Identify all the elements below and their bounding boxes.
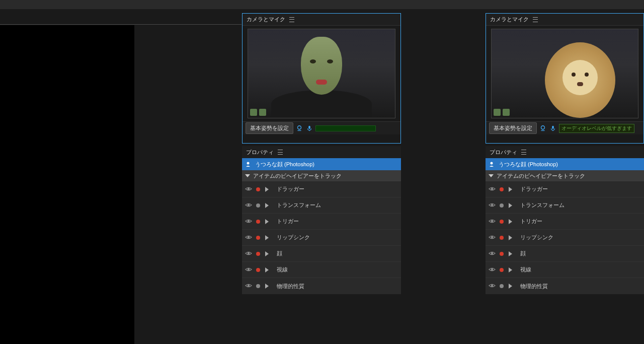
selected-puppet-row[interactable]: うつろな顔 (Photoshop)	[242, 158, 401, 170]
behavior-row[interactable]: ドラッガー	[242, 181, 401, 197]
behavior-row[interactable]: 物理的性質	[242, 278, 401, 294]
visibility-eye-icon[interactable]	[489, 185, 496, 193]
panel-menu-icon[interactable]	[533, 17, 538, 22]
expand-triangle-icon[interactable]	[265, 187, 269, 192]
expand-triangle-icon[interactable]	[265, 251, 269, 256]
visibility-eye-icon[interactable]	[489, 234, 496, 242]
microphone-icon[interactable]	[305, 124, 313, 132]
tracker-header-label: アイテムのビヘイビアーをトラック	[497, 172, 585, 180]
expand-triangle-icon[interactable]	[265, 284, 269, 289]
collapse-triangle-icon[interactable]	[245, 174, 250, 177]
panel-header[interactable]: カメラとマイク	[243, 14, 400, 26]
visibility-eye-icon[interactable]	[245, 218, 252, 226]
behavior-label: リップシンク	[277, 234, 310, 241]
visibility-eye-icon[interactable]	[245, 201, 252, 210]
expand-triangle-icon[interactable]	[509, 219, 512, 224]
record-arm-dot[interactable]	[256, 203, 260, 208]
set-pose-button[interactable]: 基本姿勢を設定	[246, 122, 293, 134]
selected-puppet-label: うつろな顔 (Photoshop)	[499, 161, 558, 168]
behavior-row[interactable]: トランスフォーム	[242, 197, 401, 214]
svg-point-14	[491, 203, 493, 205]
behaviors-tracker-header[interactable]: アイテムのビヘイビアーをトラック	[242, 170, 401, 181]
panel-title: カメラとマイク	[490, 16, 529, 23]
record-arm-dot[interactable]	[256, 220, 260, 224]
svg-point-7	[248, 220, 250, 222]
expand-triangle-icon[interactable]	[509, 203, 512, 208]
expand-triangle-icon[interactable]	[265, 219, 269, 224]
webcam-icon[interactable]	[295, 124, 303, 132]
expand-triangle-icon[interactable]	[509, 235, 512, 240]
panel-menu-icon[interactable]	[521, 150, 526, 155]
behavior-row[interactable]: トリガー	[242, 214, 401, 230]
record-arm-dot[interactable]	[500, 236, 504, 240]
panel-header[interactable]: カメラとマイク	[486, 14, 643, 26]
visibility-eye-icon[interactable]	[245, 282, 252, 290]
behavior-row[interactable]: ドラッガー	[486, 181, 644, 197]
visibility-eye-icon[interactable]	[245, 185, 252, 193]
collapse-triangle-icon[interactable]	[489, 174, 494, 177]
visibility-eye-icon[interactable]	[245, 266, 252, 274]
set-pose-button[interactable]: 基本姿勢を設定	[489, 122, 537, 134]
behavior-row[interactable]: 顔	[242, 246, 401, 262]
expand-triangle-icon[interactable]	[509, 251, 512, 256]
behavior-row[interactable]: 顔	[486, 246, 644, 262]
expand-triangle-icon[interactable]	[265, 235, 269, 240]
expand-triangle-icon[interactable]	[509, 284, 512, 289]
behavior-label: 物理的性質	[277, 283, 304, 290]
record-arm-dot[interactable]	[500, 284, 504, 288]
record-arm-dot[interactable]	[500, 187, 504, 191]
record-arm-dot[interactable]	[500, 252, 504, 256]
expand-triangle-icon[interactable]	[265, 203, 269, 208]
record-arm-dot[interactable]	[256, 236, 260, 240]
panel-menu-icon[interactable]	[289, 17, 294, 22]
lion-puppet-placeholder	[545, 42, 615, 118]
behavior-row[interactable]: 物理的性質	[486, 278, 644, 294]
visibility-eye-icon[interactable]	[245, 234, 252, 242]
puppet-icon	[245, 161, 251, 167]
svg-point-5	[248, 187, 250, 189]
behavior-row[interactable]: 視線	[486, 262, 644, 278]
record-arm-dot[interactable]	[500, 268, 504, 272]
expand-triangle-icon[interactable]	[509, 267, 512, 272]
behavior-row[interactable]: トランスフォーム	[486, 197, 644, 214]
visibility-eye-icon[interactable]	[489, 250, 496, 258]
properties-header[interactable]: プロパティ	[242, 146, 401, 158]
webcam-icon[interactable]	[539, 124, 547, 132]
behavior-row[interactable]: リップシンク	[242, 230, 401, 246]
record-arm-dot[interactable]	[256, 268, 260, 272]
svg-point-15	[491, 220, 493, 222]
tracker-header-label: アイテムのビヘイビアーをトラック	[253, 172, 342, 180]
divider	[0, 24, 242, 25]
record-arm-dot[interactable]	[256, 187, 260, 191]
svg-point-8	[248, 236, 250, 238]
overlay-icon	[494, 109, 501, 116]
record-arm-dot[interactable]	[256, 252, 260, 256]
behavior-label: トランスフォーム	[520, 201, 565, 209]
visibility-eye-icon[interactable]	[489, 282, 496, 290]
overlay-icon	[503, 109, 510, 116]
visibility-eye-icon[interactable]	[245, 250, 252, 258]
left-viewport	[0, 25, 134, 344]
visibility-eye-icon[interactable]	[489, 201, 496, 210]
svg-point-12	[491, 162, 493, 165]
expand-triangle-icon[interactable]	[509, 187, 512, 192]
svg-point-16	[491, 236, 493, 238]
svg-point-18	[491, 268, 493, 270]
behavior-row[interactable]: トリガー	[486, 214, 644, 230]
behavior-row[interactable]: 視線	[242, 262, 401, 278]
behavior-label: トリガー	[520, 218, 542, 225]
visibility-eye-icon[interactable]	[489, 266, 496, 274]
selected-puppet-row[interactable]: うつろな顔 (Photoshop)	[486, 158, 644, 170]
record-arm-dot[interactable]	[500, 220, 504, 224]
behavior-row[interactable]: リップシンク	[486, 230, 644, 246]
camera-overlay-icons	[494, 109, 510, 116]
behaviors-tracker-header[interactable]: アイテムのビヘイビアーをトラック	[486, 170, 644, 181]
microphone-icon[interactable]	[549, 124, 557, 132]
record-arm-dot[interactable]	[256, 284, 260, 288]
camera-viewport	[248, 29, 395, 118]
record-arm-dot[interactable]	[500, 203, 504, 208]
expand-triangle-icon[interactable]	[265, 267, 269, 272]
properties-header[interactable]: プロパティ	[486, 146, 644, 158]
panel-menu-icon[interactable]	[278, 150, 283, 155]
visibility-eye-icon[interactable]	[489, 218, 496, 226]
